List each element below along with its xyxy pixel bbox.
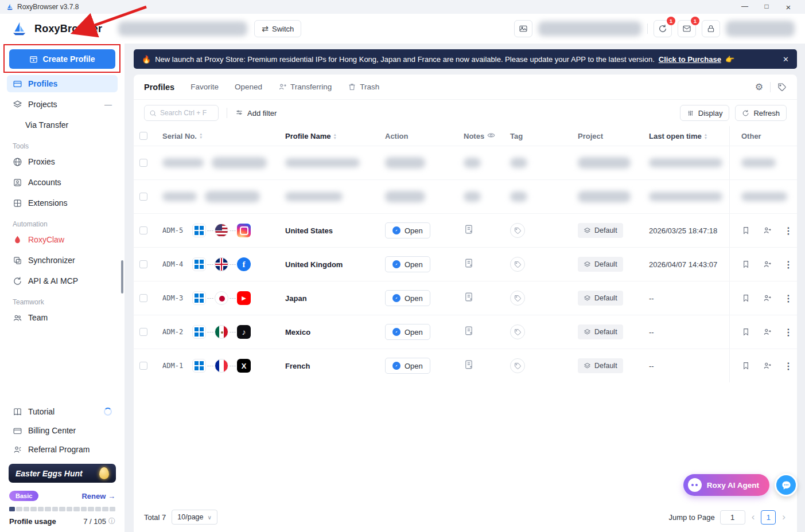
row-checkbox[interactable] <box>139 362 147 370</box>
eye-icon[interactable] <box>487 131 495 141</box>
minimize-icon[interactable]: — <box>734 2 756 12</box>
open-button[interactable]: Open <box>385 358 430 374</box>
sidebar-item-referral-program[interactable]: Referral Program <box>7 441 118 458</box>
close-icon[interactable]: × <box>777 2 799 12</box>
sidebar-scrollbar[interactable] <box>121 260 123 294</box>
row-checkbox[interactable] <box>139 159 147 167</box>
open-button[interactable]: Open <box>385 324 430 340</box>
tab-opened[interactable]: Opened <box>235 83 262 91</box>
add-note-icon[interactable] <box>464 258 474 271</box>
row-checkbox[interactable] <box>139 294 147 302</box>
sidebar-item-projects[interactable]: Projects — <box>7 96 118 113</box>
brand-name: RoxyBrowser <box>34 23 102 35</box>
purchase-link[interactable]: Click to Purchase <box>659 55 721 64</box>
add-tag-icon[interactable] <box>510 223 525 238</box>
sidebar-item-api-ai-mcp[interactable]: API & AI MCP <box>7 272 118 290</box>
tab-trash[interactable]: Trash <box>348 83 379 91</box>
add-note-icon[interactable] <box>464 326 474 338</box>
select-all-checkbox[interactable] <box>139 132 147 140</box>
row-checkbox[interactable] <box>139 226 147 234</box>
tab-favorite[interactable]: Favorite <box>190 83 219 91</box>
col-profile-name[interactable]: Profile Name <box>285 132 330 140</box>
add-filter-button[interactable]: Add filter <box>235 109 277 118</box>
add-tag-icon[interactable] <box>510 291 525 306</box>
project-badge[interactable]: Default <box>578 324 623 339</box>
project-badge[interactable]: Default <box>578 291 623 306</box>
sort-icon[interactable]: ▲▼ <box>704 133 707 140</box>
switch-button[interactable]: ⇄ Switch <box>254 20 301 37</box>
roxy-ai-agent-button[interactable]: Roxy AI Agent <box>683 474 769 496</box>
refresh-button[interactable]: Refresh <box>735 105 787 121</box>
sidebar-item-roxyclaw[interactable]: RoxyClaw <box>7 231 118 248</box>
col-last-open[interactable]: Last open time <box>649 132 702 140</box>
sidebar-item-tutorial[interactable]: Tutorial <box>7 403 118 420</box>
banner-close-icon[interactable]: ✕ <box>783 55 789 64</box>
jump-to-page-input[interactable] <box>720 510 745 525</box>
display-button[interactable]: Display <box>680 105 730 121</box>
row-checkbox[interactable] <box>139 260 147 268</box>
add-tag-icon[interactable] <box>510 358 525 373</box>
easter-eggs-hunt-banner[interactable]: Easter Eggs Hunt <box>9 464 116 483</box>
add-note-icon[interactable] <box>464 292 474 304</box>
collapse-icon[interactable]: — <box>104 100 112 109</box>
mail-button[interactable]: 1 <box>678 20 696 37</box>
window-titlebar: RoxyBrowser v3.7.8 — □ × <box>0 0 805 14</box>
bookmark-icon[interactable] <box>741 361 750 370</box>
maximize-icon[interactable]: □ <box>756 2 777 12</box>
row-checkbox[interactable] <box>139 193 147 201</box>
more-actions-icon[interactable]: ⋮ <box>784 225 793 236</box>
bookmark-icon[interactable] <box>741 226 750 235</box>
prev-page-icon[interactable]: ‹ <box>750 511 756 523</box>
sort-icon[interactable]: ▲▼ <box>333 133 336 140</box>
sidebar-item-via-transfer[interactable]: Via Transfer <box>7 116 118 134</box>
sync-button[interactable]: 1 <box>654 20 672 37</box>
info-icon[interactable]: ⓘ <box>108 517 115 526</box>
dotted-connector <box>207 264 213 265</box>
transfer-profile-icon[interactable] <box>763 260 772 269</box>
tab-transferring[interactable]: Transferring <box>278 83 332 91</box>
bookmark-icon[interactable] <box>741 327 750 337</box>
more-actions-icon[interactable]: ⋮ <box>784 361 793 371</box>
col-serial[interactable]: Serial No. <box>162 132 197 140</box>
open-button[interactable]: Open <box>385 290 430 306</box>
add-tag-icon[interactable] <box>510 324 525 339</box>
open-button[interactable]: Open <box>385 256 430 272</box>
settings-gear-icon[interactable]: ⚙ <box>755 81 763 92</box>
add-note-icon[interactable] <box>464 359 474 372</box>
bookmark-icon[interactable] <box>741 294 750 303</box>
more-actions-icon[interactable]: ⋮ <box>784 327 793 338</box>
sidebar-item-extensions[interactable]: Extensions <box>7 194 118 212</box>
row-checkbox[interactable] <box>139 328 147 336</box>
project-badge[interactable]: Default <box>578 358 623 373</box>
id-card-button[interactable] <box>514 20 532 37</box>
sidebar-item-profiles[interactable]: Profiles <box>7 75 118 92</box>
more-actions-icon[interactable]: ⋮ <box>784 259 793 270</box>
transfer-profile-icon[interactable] <box>763 361 772 370</box>
create-profile-button[interactable]: Create Profile <box>9 49 115 69</box>
sidebar-item-proxies[interactable]: Proxies <box>7 153 118 170</box>
sidebar-item-accounts[interactable]: Accounts <box>7 174 118 191</box>
add-note-icon[interactable] <box>464 224 474 237</box>
transfer-profile-icon[interactable] <box>763 226 772 235</box>
page-size-select[interactable]: 10/page ∨ <box>172 510 217 525</box>
transfer-profile-icon[interactable] <box>763 327 772 337</box>
support-chat-button[interactable] <box>775 474 798 496</box>
project-badge[interactable]: Default <box>578 257 623 272</box>
sidebar-item-synchronizer[interactable]: Synchronizer <box>7 252 118 269</box>
sort-icon[interactable]: ▲▼ <box>199 132 203 139</box>
sidebar-item-team[interactable]: Team <box>7 309 118 326</box>
tab-profiles[interactable]: Profiles <box>144 83 174 92</box>
more-actions-icon[interactable]: ⋮ <box>784 293 793 304</box>
transfer-profile-icon[interactable] <box>763 294 772 303</box>
lock-button[interactable] <box>702 20 720 37</box>
search-input[interactable] <box>160 109 213 117</box>
renew-link[interactable]: Renew → <box>81 492 115 500</box>
add-tag-icon[interactable] <box>510 257 525 272</box>
project-badge[interactable]: Default <box>578 223 623 238</box>
current-page-button[interactable]: 1 <box>761 510 776 525</box>
bookmark-icon[interactable] <box>741 260 750 269</box>
sidebar-item-billing-center[interactable]: Billing Center <box>7 422 118 439</box>
open-button[interactable]: Open <box>385 222 430 238</box>
next-page-icon[interactable]: › <box>781 511 787 523</box>
tag-manage-icon[interactable] <box>777 83 787 92</box>
